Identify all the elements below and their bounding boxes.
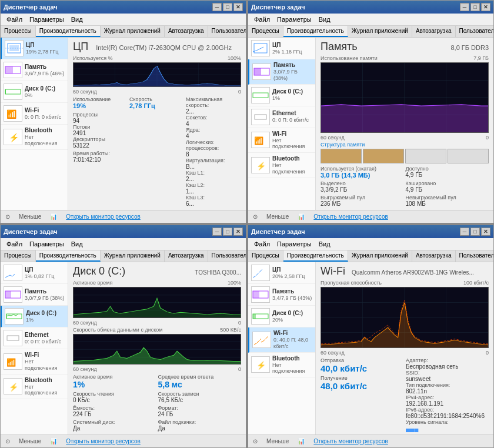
sidebar-item-disk-3[interactable]: Диск 0 (C:) 1% xyxy=(1,306,68,327)
sidebar-item-memory-4[interactable]: Память 3,4/7,9 ГБ (43%) xyxy=(248,284,315,306)
usage-bar-4: Пропускная способность 100 кбит/с xyxy=(321,280,489,286)
sidebar-1: ЦП 19% 2,78 ГГц Память 3,6/7,9 ГБ (46%) xyxy=(1,38,68,210)
tab-processes-2[interactable]: Процессы xyxy=(248,26,283,37)
menu-params-3[interactable]: Параметры xyxy=(26,239,68,249)
sidebar-item-cpu-4[interactable]: ЦП 20% 2,58 ГГц xyxy=(248,262,315,284)
minimize-btn-4[interactable]: ─ xyxy=(460,228,469,236)
menu-params-2[interactable]: Параметры xyxy=(273,15,315,24)
sidebar-text-ethernet-3: Ethernet 0: 0 П: 0 кбит/с xyxy=(25,332,61,345)
tab-perf-1[interactable]: Производительность xyxy=(36,26,101,37)
minimize-btn-3[interactable]: ─ xyxy=(212,228,222,236)
menu-view-1[interactable]: Вид xyxy=(68,15,86,24)
title-bar-4: Диспетчер задач ─ □ ✕ xyxy=(248,225,493,238)
close-btn-4[interactable]: ✕ xyxy=(481,228,490,236)
menu-params-4[interactable]: Параметры xyxy=(273,239,315,249)
monitor-icon-3: 📊 xyxy=(50,438,57,444)
monitor-icon-2: 📊 xyxy=(298,213,305,220)
tab-users-4[interactable]: Пользователи xyxy=(456,250,493,262)
sidebar-item-memory-2[interactable]: Память 3,0/7,9 ГБ (38%) xyxy=(248,59,315,85)
window-memory: Диспетчер задач ─ □ ✕ Файл Параметры Вид… xyxy=(248,0,494,223)
sidebar-item-bluetooth-1[interactable]: ⚡ Bluetooth Нет подключения xyxy=(1,125,68,150)
main-panel-4: Wi-Fi Qualcomm Atheros AR9002WB-1NG Wire… xyxy=(316,262,493,434)
tab-processes-1[interactable]: Процессы xyxy=(1,26,36,37)
close-btn-2[interactable]: ✕ xyxy=(481,3,490,11)
disk-icon-1 xyxy=(4,83,22,100)
sidebar-item-wifi-4[interactable]: Wi-Fi 0: 40,0 П: 48,0 кбит/с xyxy=(248,327,315,353)
sidebar-item-cpu-2[interactable]: ЦП 2% 1,16 ГГц xyxy=(248,38,315,59)
svg-marker-55 xyxy=(321,303,488,348)
maximize-btn-4[interactable]: □ xyxy=(470,228,480,236)
sidebar-item-wifi-2[interactable]: 📶 Wi-Fi Нет подключения xyxy=(248,128,315,153)
bottom-bar-3: ⊙ Меньше 📊 Открыть монитор ресурсов xyxy=(1,434,246,447)
sidebar-item-cpu-1[interactable]: ЦП 19% 2,78 ГГц xyxy=(1,38,68,59)
sidebar-item-disk-1[interactable]: Диск 0 (C:) 0% xyxy=(1,81,68,103)
title-bar-1: Диспетчер задач ─ □ ✕ xyxy=(1,1,246,14)
sidebar-item-disk-2[interactable]: Диск 0 (C:) 1% xyxy=(248,85,315,106)
close-btn-1[interactable]: ✕ xyxy=(233,3,243,11)
tab-startup-4[interactable]: Автозагрузка xyxy=(412,250,456,262)
menu-bar-2: Файл Параметры Вид xyxy=(248,14,493,26)
tab-users-2[interactable]: Пользователи xyxy=(456,26,493,37)
monitor-icon-1: 📊 xyxy=(50,213,57,220)
tab-perf-2[interactable]: Производительность xyxy=(283,26,348,37)
close-btn-3[interactable]: ✕ xyxy=(233,228,243,236)
main-title-3: Диск 0 (C:) xyxy=(73,265,125,278)
tab-startup-3[interactable]: Автозагрузка xyxy=(165,250,208,262)
menu-file-4[interactable]: Файл xyxy=(251,239,273,249)
menu-view-4[interactable]: Вид xyxy=(315,239,334,249)
sidebar-item-wifi-3[interactable]: 📶 Wi-Fi Нет подключения xyxy=(1,349,68,375)
monitor-link-2[interactable]: Открыть монитор ресурсов xyxy=(313,213,388,220)
monitor-link-1[interactable]: Открыть монитор ресурсов xyxy=(66,213,141,220)
menu-file-3[interactable]: Файл xyxy=(3,239,26,249)
tab-applog-4[interactable]: Журнал приложений xyxy=(348,250,412,262)
sidebar-item-memory-1[interactable]: Память 3,6/7,9 ГБ (46%) xyxy=(1,59,68,81)
disk-graph-speed-3 xyxy=(73,334,241,365)
monitor-link-4[interactable]: Открыть монитор ресурсов xyxy=(313,438,388,444)
sidebar-item-bluetooth-2[interactable]: ⚡ Bluetooth Нет подключения xyxy=(248,153,315,178)
tab-users-3[interactable]: Пользователи xyxy=(208,250,246,262)
tab-processes-3[interactable]: Процессы xyxy=(1,250,36,262)
minimize-btn-1[interactable]: ─ xyxy=(212,3,222,11)
menu-view-3[interactable]: Вид xyxy=(68,239,86,249)
sidebar-text-ethernet-2: Ethernet 0: 0 П: 0 кбит/с xyxy=(272,110,309,123)
wifi-graph-4 xyxy=(321,287,489,348)
tab-perf-4[interactable]: Производительность xyxy=(283,250,348,262)
bluetooth-icon-1: ⚡ xyxy=(4,129,22,145)
menu-view-2[interactable]: Вид xyxy=(315,15,334,24)
sidebar-item-ethernet-3[interactable]: Ethernet 0: 0 П: 0 кбит/с xyxy=(1,327,68,349)
tab-startup-1[interactable]: Автозагрузка xyxy=(165,26,208,37)
menu-bar-3: Файл Параметры Вид xyxy=(1,238,246,250)
tab-applog-2[interactable]: Журнал приложений xyxy=(348,26,412,37)
maximize-btn-3[interactable]: □ xyxy=(223,228,232,236)
bluetooth-icon-4: ⚡ xyxy=(251,356,270,373)
content-1: ЦП 19% 2,78 ГГц Память 3,6/7,9 ГБ (46%) xyxy=(1,38,246,210)
tab-users-1[interactable]: Пользователи xyxy=(208,26,246,37)
sidebar-item-bluetooth-4[interactable]: ⚡ Bluetooth Нет подключения xyxy=(248,353,315,378)
bluetooth-icon-2: ⚡ xyxy=(251,157,270,173)
tab-applog-3[interactable]: Журнал приложений xyxy=(101,250,165,262)
minimize-btn-2[interactable]: ─ xyxy=(460,3,469,11)
tab-startup-2[interactable]: Автозагрузка xyxy=(412,26,456,37)
sidebar-item-bluetooth-3[interactable]: ⚡ Bluetooth Нет подключения xyxy=(1,375,68,400)
title-4: Диспетчер задач xyxy=(251,228,305,235)
sidebar-item-disk-4[interactable]: Диск 0 (C:) 20% xyxy=(248,306,315,327)
content-4: ЦП 20% 2,58 ГГц Память 3,4/7,9 ГБ (43%) xyxy=(248,262,493,434)
tab-processes-4[interactable]: Процессы xyxy=(248,250,283,262)
maximize-btn-1[interactable]: □ xyxy=(223,3,232,11)
sidebar-text-bluetooth-2: Bluetooth Нет подключения xyxy=(272,155,312,175)
sidebar-text-disk-3: Диск 0 (C:) 1% xyxy=(26,310,56,323)
tab-perf-3[interactable]: Производительность xyxy=(36,250,101,262)
title-1: Диспетчер задач xyxy=(4,4,58,11)
menu-file-2[interactable]: Файл xyxy=(251,15,273,24)
monitor-link-3[interactable]: Открыть монитор ресурсов xyxy=(66,438,141,444)
sidebar-item-memory-3[interactable]: Память 3,0/7,9 ГБ (38%) xyxy=(1,284,68,306)
tab-applog-1[interactable]: Журнал приложений xyxy=(101,26,165,37)
maximize-btn-2[interactable]: □ xyxy=(470,3,480,11)
menu-file-1[interactable]: Файл xyxy=(3,15,26,24)
sidebar-item-cpu-3[interactable]: ЦП 1% 0,82 ГГц xyxy=(1,262,68,284)
sidebar-item-ethernet-2[interactable]: Ethernet 0: 0 П: 0 кбит/с xyxy=(248,106,315,128)
wifi-icon-1: 📶 xyxy=(4,105,22,122)
sidebar-item-wifi-1[interactable]: 📶 Wi-Fi 0: 0 П: 0 кбит/с xyxy=(1,103,68,125)
menu-params-1[interactable]: Параметры xyxy=(26,15,68,24)
sidebar-text-wifi-1: Wi-Fi 0: 0 П: 0 кбит/с xyxy=(25,107,61,121)
